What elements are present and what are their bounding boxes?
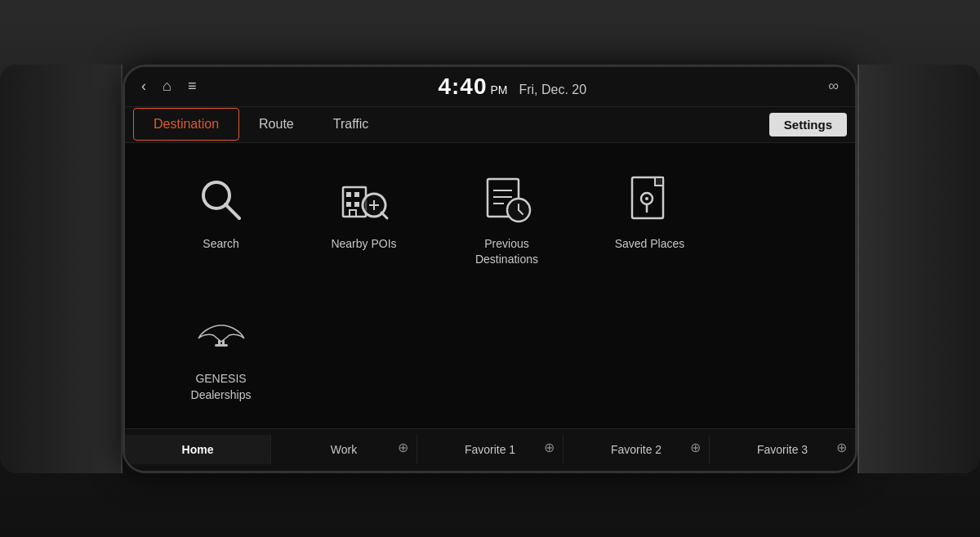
fav-work-plus: ⊕ — [398, 440, 408, 455]
tab-route[interactable]: Route — [239, 109, 314, 140]
previous-destinations-icon — [479, 172, 535, 228]
svg-line-1 — [225, 204, 239, 218]
genesis-dealerships-icon — [194, 307, 249, 363]
svg-line-9 — [381, 213, 387, 218]
fav-home-label: Home — [182, 443, 214, 456]
svg-rect-23 — [215, 344, 228, 347]
search-icon — [194, 172, 249, 228]
svg-rect-3 — [346, 192, 351, 197]
main-content: Search — [125, 143, 855, 428]
saved-places-label: Saved Places — [615, 236, 685, 253]
status-bar: ‹ ⌂ ≡ 4:40 PM Fri, Dec. 20 ∞ — [125, 67, 855, 107]
back-button[interactable]: ‹ — [141, 78, 146, 95]
fav-favorite3-label: Favorite 3 — [757, 443, 808, 456]
nav-controls: ‹ ⌂ ≡ — [141, 78, 196, 95]
time: 4:40 — [438, 74, 487, 100]
tab-bar: Destination Route Traffic Settings — [125, 107, 855, 143]
previous-destinations-item[interactable]: Previous Destinations — [435, 164, 578, 276]
fav-favorite3[interactable]: ⊕ Favorite 3 — [710, 435, 855, 464]
fav-work-label: Work — [331, 443, 357, 456]
fav-favorite3-plus: ⊕ — [836, 440, 847, 455]
genesis-dealerships-item[interactable]: GENESIS Dealerships — [149, 299, 292, 411]
previous-destinations-label: Previous Destinations — [475, 236, 538, 268]
date: Fri, Dec. 20 — [519, 83, 586, 97]
ampm: PM — [490, 83, 507, 96]
genesis-dealerships-label: GENESIS Dealerships — [191, 371, 252, 403]
fav-favorite2[interactable]: ⊕ Favorite 2 — [564, 435, 710, 464]
svg-point-22 — [645, 197, 648, 200]
svg-rect-25 — [222, 340, 225, 347]
tab-settings[interactable]: Settings — [769, 113, 847, 136]
svg-rect-4 — [354, 192, 359, 197]
fav-favorite1-plus: ⊕ — [544, 440, 555, 455]
nearby-pois-label: Nearby POIs — [331, 236, 396, 253]
search-item[interactable]: Search — [149, 164, 292, 261]
left-panel — [0, 65, 122, 473]
nearby-pois-item[interactable]: Nearby POIs — [292, 164, 435, 261]
svg-rect-24 — [218, 340, 220, 347]
tab-destination[interactable]: Destination — [133, 108, 239, 141]
tab-traffic[interactable]: Traffic — [314, 109, 389, 140]
fav-home[interactable]: Home — [125, 435, 271, 464]
menu-button[interactable]: ≡ — [188, 78, 197, 95]
icon-grid: Search — [149, 156, 831, 308]
home-button[interactable]: ⌂ — [163, 78, 172, 95]
fav-favorite2-plus: ⊕ — [690, 440, 701, 455]
fav-favorite1-label: Favorite 1 — [465, 443, 515, 456]
nearby-pois-icon — [336, 172, 392, 228]
right-panel — [858, 65, 980, 473]
car-surround: ‹ ⌂ ≡ 4:40 PM Fri, Dec. 20 ∞ Destination… — [0, 0, 980, 537]
time-display: 4:40 PM Fri, Dec. 20 — [438, 74, 586, 100]
fav-favorite1[interactable]: ⊕ Favorite 1 — [417, 435, 564, 464]
svg-rect-6 — [354, 202, 359, 207]
fav-favorite2-label: Favorite 2 — [611, 443, 662, 456]
saved-places-icon — [622, 172, 678, 228]
fav-work[interactable]: ⊕ Work — [271, 435, 417, 464]
search-label: Search — [203, 236, 238, 253]
screen: ‹ ⌂ ≡ 4:40 PM Fri, Dec. 20 ∞ Destination… — [122, 65, 858, 473]
svg-rect-5 — [346, 202, 351, 207]
favorites-bar: Home ⊕ Work ⊕ Favorite 1 ⊕ Favorite 2 ⊕ … — [125, 428, 855, 471]
connect-icon: ∞ — [828, 78, 839, 95]
saved-places-item[interactable]: Saved Places — [578, 164, 721, 261]
